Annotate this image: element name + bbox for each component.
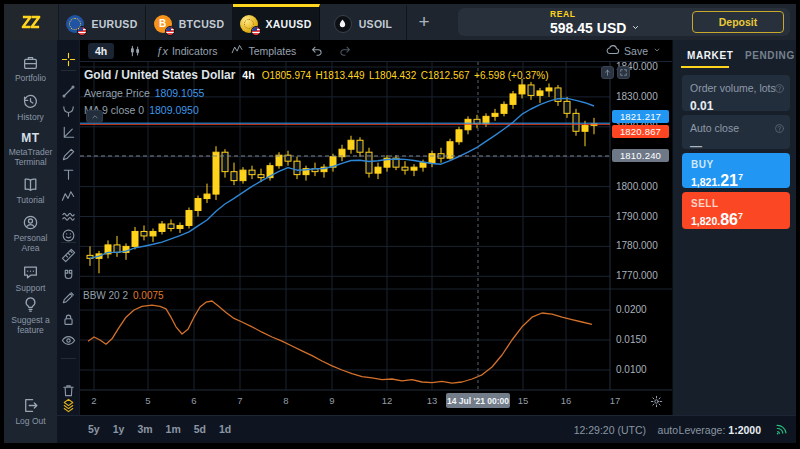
- sidebar-item-history[interactable]: History: [4, 93, 57, 123]
- range-1m[interactable]: 1m: [166, 423, 181, 435]
- tab-usoil[interactable]: USOIL: [320, 4, 407, 40]
- leverage-readout: Leverage:1:2000: [679, 424, 761, 436]
- tool-brush[interactable]: [61, 147, 76, 162]
- scroll-to-latest-button[interactable]: [601, 66, 614, 79]
- tool-trendline[interactable]: [61, 84, 76, 99]
- legend-timeframe: 4h: [242, 70, 254, 81]
- tool-emoji[interactable]: [61, 228, 76, 243]
- sidebar-item-label: Support: [16, 284, 46, 294]
- add-tab-button[interactable]: +: [407, 4, 441, 40]
- redo-button[interactable]: [338, 44, 352, 58]
- cloud-icon: [606, 43, 620, 59]
- indicators-button[interactable]: ƒx Indicators: [156, 45, 217, 57]
- server-clock: 12:29:20 (UTC): [574, 424, 646, 436]
- tool-text[interactable]: [61, 167, 76, 182]
- order-volume-field[interactable]: Order volume, lots 0.01: [682, 75, 790, 111]
- tab-market[interactable]: MARKET: [687, 50, 733, 61]
- tab-pending[interactable]: PENDING: [745, 50, 795, 61]
- range-3m[interactable]: 3m: [137, 423, 152, 435]
- collapse-legend-button[interactable]: [86, 110, 103, 123]
- tool-waves[interactable]: [61, 209, 76, 224]
- tool-crosshair[interactable]: [61, 52, 76, 67]
- chevron-down-icon: [652, 45, 662, 57]
- text-icon: [61, 167, 76, 182]
- tool-lock[interactable]: [61, 312, 76, 327]
- templates-button[interactable]: Templates: [231, 43, 296, 58]
- xabcd-icon: [61, 189, 76, 204]
- buy-button[interactable]: BUY 1,821.217: [682, 153, 790, 188]
- trash-icon: [61, 383, 76, 398]
- last-price-label: 1810.240: [612, 149, 669, 162]
- tool-eye[interactable]: [61, 333, 76, 348]
- eye-icon: [61, 333, 76, 348]
- auto-close-field[interactable]: Auto close —: [682, 115, 790, 149]
- account-type-badge: REAL: [550, 10, 641, 19]
- timeframe-button[interactable]: 4h: [88, 43, 114, 59]
- range-5d[interactable]: 5d: [194, 423, 206, 435]
- svg-text:14 Jul '21 00:00: 14 Jul '21 00:00: [447, 396, 509, 406]
- arrow-up-icon: [603, 68, 612, 77]
- order-volume-value: 0.01: [690, 99, 782, 113]
- svg-text:1780.000: 1780.000: [616, 240, 658, 251]
- oil-drop-icon: [334, 15, 352, 33]
- indicator-row[interactable]: Average Price1809.1055: [84, 88, 549, 99]
- sidebar-item-suggest[interactable]: Suggest afeature: [4, 296, 57, 336]
- logout-icon: [22, 397, 39, 414]
- tool-edit[interactable]: [61, 290, 76, 305]
- sell-button[interactable]: SELL 1,820.867: [682, 192, 790, 229]
- us-flag-icon: [165, 26, 175, 36]
- date-range-buttons: 5y1y3m1m5d1d: [88, 423, 231, 435]
- sidebar-item-label: Log Out: [15, 417, 45, 427]
- axis-settings-button[interactable]: [650, 394, 663, 412]
- templates-icon: [231, 43, 244, 58]
- sidebar-item-label: MetaTraderTerminal: [9, 148, 53, 168]
- svg-text:16: 16: [561, 395, 572, 406]
- svg-text:6: 6: [191, 395, 196, 406]
- chart-legend: Gold / United States Dollar 4h O1805.974…: [84, 66, 549, 115]
- sidebar-item-tutorial[interactable]: Tutorial: [4, 176, 57, 206]
- svg-text:8: 8: [283, 395, 288, 406]
- undo-button[interactable]: [310, 44, 324, 58]
- maximize-pane-button[interactable]: [617, 66, 630, 79]
- sidebar-item-personal[interactable]: PersonalArea: [4, 214, 57, 254]
- sidebar-item-mt[interactable]: MTMetaTraderTerminal: [4, 131, 57, 168]
- sidebar-item-support[interactable]: Support: [4, 264, 57, 294]
- exness-logo[interactable]: [4, 4, 59, 40]
- auto-close-value: —: [690, 139, 782, 153]
- deposit-button[interactable]: Deposit: [692, 11, 784, 33]
- help-icon[interactable]: [774, 120, 785, 138]
- fx-icon: ƒx: [156, 45, 168, 57]
- history-icon: [22, 93, 39, 110]
- tab-eurusd[interactable]: EURUSD: [59, 4, 146, 40]
- tool-magnet[interactable]: [61, 268, 76, 283]
- svg-text:0.0100: 0.0100: [616, 364, 647, 375]
- save-button[interactable]: Save: [606, 40, 662, 62]
- candlestick-style-icon: [128, 44, 142, 58]
- brush-icon: [61, 147, 76, 162]
- tool-angle[interactable]: [61, 125, 76, 140]
- ask-price-label: 1821.217: [612, 110, 669, 123]
- sidebar-item-logout[interactable]: Log Out: [4, 397, 57, 427]
- gear-icon: [650, 395, 663, 408]
- tool-layers[interactable]: [61, 398, 76, 413]
- help-icon[interactable]: [774, 80, 785, 98]
- timezone-auto-toggle[interactable]: auto: [658, 424, 678, 436]
- gold-coin-icon: [240, 15, 258, 33]
- range-1y[interactable]: 1y: [113, 423, 125, 435]
- range-5y[interactable]: 5y: [88, 423, 100, 435]
- svg-text:1790.000: 1790.000: [616, 211, 658, 222]
- range-1d[interactable]: 1d: [219, 423, 231, 435]
- sidebar-item-portfolio[interactable]: Portfolio: [4, 54, 57, 84]
- tool-ruler[interactable]: [61, 248, 76, 263]
- toolbar-divider: [61, 70, 76, 71]
- tab-btcusd[interactable]: BBTCUSD: [146, 4, 233, 40]
- us-flag-icon: [251, 26, 261, 36]
- tool-xabcd[interactable]: [61, 189, 76, 204]
- tab-xauusd[interactable]: XAUUSD: [233, 4, 320, 40]
- chart-type-button[interactable]: [128, 44, 142, 58]
- indicator-row[interactable]: MA 9 close 01809.0950: [84, 105, 549, 116]
- tool-trash[interactable]: [61, 383, 76, 398]
- account-balance[interactable]: REAL 598.45 USD: [550, 10, 641, 35]
- portfolio-icon: [22, 54, 39, 71]
- tool-pitchfork[interactable]: [61, 104, 76, 119]
